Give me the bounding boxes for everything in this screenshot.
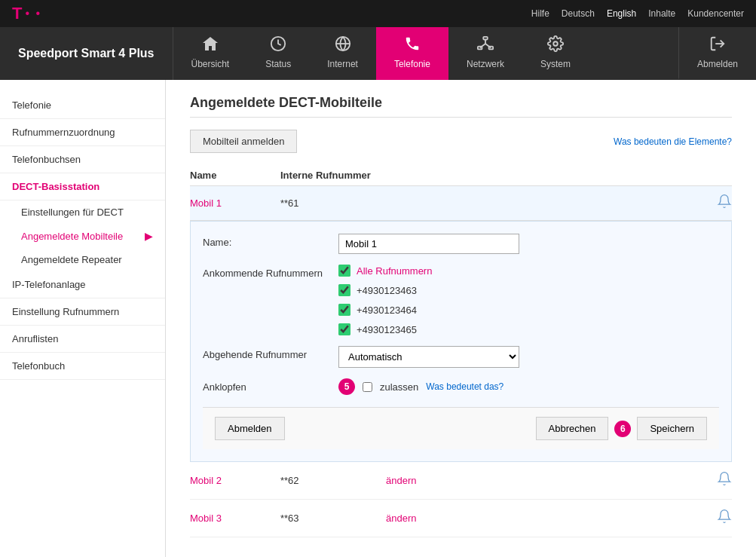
device-name-mobil3[interactable]: Mobil 3 xyxy=(190,513,280,524)
tab-internet-label: Internet xyxy=(327,59,358,69)
bell-icon-mobil1[interactable] xyxy=(717,194,732,213)
edit-form-mobil1: Name: Ankommende Rufnummern Alle Rufnumm… xyxy=(190,221,732,462)
checkbox-number-3-input[interactable] xyxy=(338,323,350,335)
form-field-outgoing: Automatisch xyxy=(338,346,719,368)
checkbox-number-3-label: +4930123465 xyxy=(357,324,417,335)
anklopfen-checkbox[interactable] xyxy=(363,382,372,392)
phone-icon xyxy=(403,35,421,56)
device-name-mobil1[interactable]: Mobil 1 xyxy=(190,197,280,209)
checkbox-number-2-input[interactable] xyxy=(338,304,350,316)
anklopfen-checkbox-label: zulassen xyxy=(380,381,418,393)
top-nav: Hilfe Deutsch English Inhalte Kundencent… xyxy=(531,8,744,19)
device-change-mobil2[interactable]: ändern xyxy=(386,475,416,486)
checkbox-alle-input[interactable] xyxy=(338,265,350,277)
tab-internet[interactable]: Internet xyxy=(309,27,376,80)
device-number-mobil1: **61 xyxy=(280,197,386,209)
anklopfen-help-link[interactable]: Was bedeutet das? xyxy=(426,381,503,392)
nav-inhalte[interactable]: Inhalte xyxy=(648,8,675,19)
form-row-outgoing: Abgehende Rufnummer Automatisch xyxy=(203,346,719,368)
telekom-dots-icon: • • xyxy=(25,7,41,20)
bell-icon-mobil2[interactable] xyxy=(717,471,732,490)
tab-netzwerk[interactable]: Netzwerk xyxy=(448,27,522,80)
outgoing-select[interactable]: Automatisch xyxy=(338,346,519,368)
speichern-badge: 6 xyxy=(614,421,631,437)
form-row-anklopfen: Anklopfen 5 zulassen Was bedeutet das? xyxy=(203,378,719,395)
tab-telefonie-label: Telefonie xyxy=(394,59,430,69)
form-field-anklopfen: 5 zulassen Was bedeutet das? xyxy=(338,378,719,395)
checkbox-alle-label: Alle Rufnummern xyxy=(357,265,432,277)
speichern-button[interactable]: Speichern xyxy=(637,417,707,440)
nav-kundencenter[interactable]: Kundencenter xyxy=(687,8,744,19)
anklopfen-row: 5 zulassen Was bedeutet das? xyxy=(338,378,719,395)
exit-icon xyxy=(709,35,727,56)
nav-english[interactable]: English xyxy=(607,8,636,19)
sidebar-item-einstellung-rufnummern[interactable]: Einstellung Rufnummern xyxy=(0,298,165,326)
page-layout: Telefonie Rufnummernzuordnung Telefonbuc… xyxy=(0,80,756,557)
abmelden-button[interactable]: Abmelden xyxy=(215,417,285,440)
top-action-row: Mobilteil anmelden Was bedeuten die Elem… xyxy=(190,130,732,153)
header-name: Name xyxy=(190,170,280,181)
top-bar: T • • Hilfe Deutsch English Inhalte Kund… xyxy=(0,0,756,27)
nav-deutsch[interactable]: Deutsch xyxy=(562,8,595,19)
checkbox-number-1-input[interactable] xyxy=(338,284,350,296)
tab-abmelden[interactable]: Abmelden xyxy=(678,27,756,80)
abbrechen-button[interactable]: Abbrechen xyxy=(536,417,609,440)
tab-ubersicht-label: Übersicht xyxy=(191,59,230,69)
brand-title: Speedport Smart 4 Plus xyxy=(0,27,173,80)
checkbox-number-2: +4930123464 xyxy=(338,304,719,316)
checkbox-number-1-label: +4930123463 xyxy=(357,285,417,296)
checkbox-number-2-label: +4930123464 xyxy=(357,305,417,316)
sidebar-item-telefonbuchsen[interactable]: Telefonbuchsen xyxy=(0,146,165,173)
sidebar-item-rufnummernzuordnung[interactable]: Rufnummernzuordnung xyxy=(0,119,165,146)
house-icon xyxy=(201,35,219,56)
device-row-mobil3: Mobil 3 **63 ändern xyxy=(190,500,732,537)
svg-point-9 xyxy=(553,41,558,46)
content-area: Angemeldete DECT-Mobilteile Mobilteil an… xyxy=(166,80,756,557)
tab-telefonie[interactable]: Telefonie xyxy=(376,27,448,80)
form-row-name: Name: xyxy=(203,234,719,254)
logo: T • • xyxy=(12,5,41,22)
form-label-incoming: Ankommende Rufnummern xyxy=(203,265,338,279)
sidebar-subitem-angemeldete-repeater[interactable]: Angemeldete Repeater xyxy=(0,248,165,271)
device-change-mobil3[interactable]: ändern xyxy=(386,513,416,524)
name-input[interactable] xyxy=(338,234,519,254)
register-button[interactable]: Mobilteil anmelden xyxy=(190,130,297,153)
sidebar-subitem-einstellungen-dect[interactable]: Einstellungen für DECT xyxy=(0,200,165,224)
form-label-name: Name: xyxy=(203,234,338,248)
sidebar-item-telefonbuch[interactable]: Telefonbuch xyxy=(0,353,165,380)
tab-abmelden-label: Abmelden xyxy=(697,59,738,69)
sidebar-item-telefonie[interactable]: Telefonie xyxy=(0,92,165,119)
nav-hilfe[interactable]: Hilfe xyxy=(531,8,549,19)
tab-netzwerk-label: Netzwerk xyxy=(467,59,504,69)
gauge-icon xyxy=(269,35,287,56)
form-label-anklopfen: Anklopfen xyxy=(203,378,338,393)
arrow-right-icon: ▶ xyxy=(145,230,153,242)
sidebar-item-dect-basisstation[interactable]: DECT-Basisstation xyxy=(0,173,165,200)
nav-tabs: Übersicht Status Internet xyxy=(173,27,757,80)
tab-ubersicht[interactable]: Übersicht xyxy=(173,27,248,80)
network-icon xyxy=(476,35,494,56)
device-row-mobil1: Mobil 1 **61 xyxy=(190,186,732,221)
device-number-mobil2: **62 xyxy=(280,475,386,486)
device-actions-mobil1 xyxy=(717,194,732,213)
telekom-t-icon: T xyxy=(12,5,22,22)
sidebar-item-ip-telefonanlage[interactable]: IP-Telefonanlage xyxy=(0,271,165,298)
page-title: Angemeldete DECT-Mobilteile xyxy=(190,95,732,118)
device-name-mobil2[interactable]: Mobil 2 xyxy=(190,475,280,486)
tab-status-label: Status xyxy=(265,59,291,69)
device-number-mobil3: **63 xyxy=(280,513,386,524)
header-number: Interne Rufnummer xyxy=(280,170,386,181)
tab-system[interactable]: System xyxy=(522,27,589,80)
sidebar-item-anruflisten[interactable]: Anruflisten xyxy=(0,326,165,353)
tab-status[interactable]: Status xyxy=(247,27,309,80)
device-row-mobil2: Mobil 2 **62 ändern xyxy=(190,462,732,500)
form-row-incoming: Ankommende Rufnummern Alle Rufnummern +4… xyxy=(203,265,719,335)
sidebar-subitem-angemeldete-mobilteile[interactable]: Angemeldete Mobilteile ▶ xyxy=(0,224,165,248)
bell-icon-mobil3[interactable] xyxy=(717,509,732,528)
checkbox-number-1: +4930123463 xyxy=(338,284,719,296)
sidebar-subitem-label: Angemeldete Mobilteile xyxy=(21,231,123,242)
tab-system-label: System xyxy=(540,59,571,69)
sidebar: Telefonie Rufnummernzuordnung Telefonbuc… xyxy=(0,80,166,557)
help-link[interactable]: Was bedeuten die Elemente? xyxy=(614,136,732,147)
form-field-name xyxy=(338,234,719,254)
